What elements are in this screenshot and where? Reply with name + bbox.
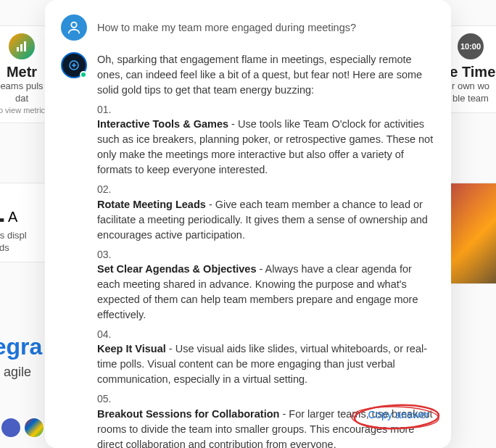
tip-number: 04. <box>97 327 435 341</box>
user-message-row: How to make my team more engaged during … <box>61 14 435 41</box>
time-badge: 10:00 <box>458 33 484 59</box>
count-number: 1 <box>0 191 5 229</box>
tip-item: Set Clear Agendas & Objectives - Always … <box>97 262 435 323</box>
copy-answer-button[interactable]: Copy answer <box>368 409 429 420</box>
chart-icon <box>9 33 35 59</box>
tip-number: 02. <box>97 182 435 196</box>
user-question: How to make my team more engaged during … <box>97 14 435 36</box>
tip-number: 03. <box>97 247 435 262</box>
bg-footer: tegra ng agile <box>0 333 42 380</box>
tip-title: Set Clear Agendas & Objectives <box>97 263 256 275</box>
tip-title: Breakout Sessions for Collaboration <box>97 408 279 420</box>
ai-intro: Oh, sparking that engagement flame in me… <box>97 52 435 98</box>
ai-avatar <box>61 52 87 78</box>
tip-item: Keep It Visual - Use visual aids like sl… <box>97 341 435 387</box>
svg-rect-1 <box>20 44 22 51</box>
integrations-sub: ng agile <box>0 365 42 380</box>
tip-number: 01. <box>97 102 435 117</box>
tip-item: Rotate Meeting Leads - Give each team me… <box>97 197 435 243</box>
tip-title: Rotate Meeting Leads <box>97 199 206 210</box>
tip-number: 05. <box>97 391 435 406</box>
chat-modal: How to make my team more engaged during … <box>45 0 451 448</box>
tips-list: 01.Interactive Tools & Games - Use tools… <box>97 102 435 448</box>
user-message: How to make my team more engaged during … <box>97 14 435 41</box>
teams-icon[interactable] <box>0 417 22 439</box>
integrations-title: tegra <box>0 333 42 360</box>
ai-message: Oh, sparking that engagement flame in me… <box>97 52 435 448</box>
tip-title: Interactive Tools & Games <box>97 118 228 130</box>
count-label: A <box>8 209 17 225</box>
svg-point-3 <box>71 22 76 28</box>
user-avatar <box>61 14 87 41</box>
status-dot-icon <box>80 71 87 78</box>
slack-icon[interactable] <box>23 417 45 439</box>
tip-item: Interactive Tools & Games - Use tools li… <box>97 117 435 178</box>
svg-rect-0 <box>17 47 19 51</box>
svg-rect-2 <box>24 41 26 51</box>
ai-message-row: Oh, sparking that engagement flame in me… <box>61 52 435 448</box>
tip-title: Keep It Visual <box>97 343 166 354</box>
integration-icons <box>0 417 45 439</box>
